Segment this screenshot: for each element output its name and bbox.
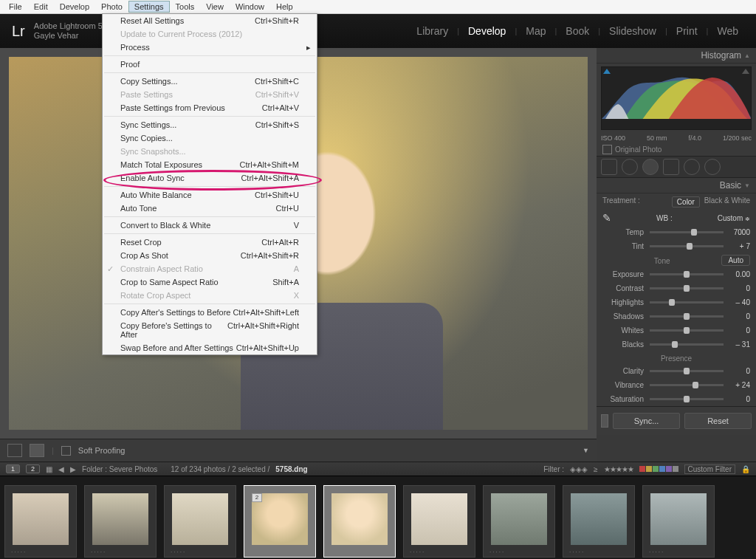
filmstrip[interactable]: ···············2························… xyxy=(0,476,756,559)
thumbnail[interactable]: ····· xyxy=(403,485,475,558)
menuitem-match-total-exposures[interactable]: Match Total ExposuresCtrl+Alt+Shift+M xyxy=(103,158,317,171)
eyedropper-icon[interactable]: ✎ xyxy=(602,212,611,224)
thumbnail[interactable]: ····· xyxy=(4,485,77,558)
rating-dots[interactable]: ····· xyxy=(171,549,186,555)
module-library[interactable]: Library xyxy=(410,22,454,40)
slider-temp[interactable]: Temp7000 xyxy=(602,225,750,239)
menu-settings[interactable]: Settings xyxy=(128,1,170,13)
brush-tool-icon[interactable] xyxy=(704,159,721,175)
toolbar-menu-icon[interactable]: ▼ xyxy=(583,447,589,454)
thumbnail[interactable]: ····· xyxy=(642,485,715,558)
menuitem-enable-auto-sync[interactable]: Enable Auto SyncCtrl+Alt+Shift+A xyxy=(103,171,317,185)
stack-badge[interactable]: 2 xyxy=(252,493,262,502)
before-after-icon[interactable] xyxy=(30,444,44,457)
rating-filter[interactable]: ★★★★★ xyxy=(604,465,633,473)
menuitem-sync-copies-[interactable]: Sync Copies... xyxy=(103,131,317,145)
auto-tone-button[interactable]: Auto xyxy=(721,255,750,266)
rating-dots[interactable]: ····· xyxy=(11,549,27,555)
menuitem-crop-to-same-aspect-ratio[interactable]: Crop to Same Aspect RatioShift+A xyxy=(103,275,317,289)
highlight-clip-icon[interactable] xyxy=(742,69,749,74)
custom-filter-dropdown[interactable]: Custom Filter xyxy=(684,464,735,474)
rating-dots[interactable]: ····· xyxy=(569,549,585,555)
menuitem-reset-all-settings[interactable]: Reset All SettingsCtrl+Shift+R xyxy=(103,14,317,27)
menuitem-reset-crop[interactable]: Reset CropCtrl+Alt+R xyxy=(103,236,317,249)
wb-dropdown[interactable]: Custom ≑ xyxy=(718,214,750,222)
menu-develop[interactable]: Develop xyxy=(54,1,95,13)
slider-clarity[interactable]: Clarity0 xyxy=(602,364,750,378)
menuitem-copy-after-s-settings-to-before[interactable]: Copy After's Settings to BeforeCtrl+Alt+… xyxy=(103,306,317,319)
slider-vibrance[interactable]: Vibrance+ 24 xyxy=(602,378,750,392)
color-chip[interactable] xyxy=(646,466,652,472)
filter-lock-icon[interactable]: 🔒 xyxy=(741,465,750,473)
histogram[interactable] xyxy=(601,66,752,130)
screen-2-tab[interactable]: 2 xyxy=(26,464,40,473)
slider-shadows[interactable]: Shadows0 xyxy=(602,309,750,323)
fwd-icon[interactable]: ▶ xyxy=(70,465,76,473)
rating-dots[interactable]: ····· xyxy=(410,549,425,555)
histogram-header[interactable]: Histogram▲ xyxy=(597,48,756,64)
slider-blacks[interactable]: Blacks– 31 xyxy=(602,337,750,351)
menu-help[interactable]: Help xyxy=(270,1,299,13)
thumbnail[interactable]: ····· xyxy=(164,485,236,558)
slider-saturation[interactable]: Saturation0 xyxy=(602,392,750,406)
thumbnail[interactable]: ····· xyxy=(323,485,396,558)
menu-view[interactable]: View xyxy=(200,1,230,13)
soft-proof-checkbox[interactable] xyxy=(61,446,71,456)
module-map[interactable]: Map xyxy=(520,22,551,40)
module-web[interactable]: Web xyxy=(711,22,744,40)
radial-tool-icon[interactable] xyxy=(684,159,700,175)
menu-file[interactable]: File xyxy=(3,1,28,13)
gradient-tool-icon[interactable] xyxy=(663,159,679,175)
menu-window[interactable]: Window xyxy=(230,1,270,13)
menuitem-copy-before-s-settings-to-after[interactable]: Copy Before's Settings to AfterCtrl+Alt+… xyxy=(103,319,317,341)
color-chip[interactable] xyxy=(673,466,678,472)
thumbnail[interactable]: ····· xyxy=(563,485,635,558)
sync-switch-icon[interactable] xyxy=(601,414,608,428)
menu-photo[interactable]: Photo xyxy=(95,1,128,13)
menuitem-auto-white-balance[interactable]: Auto White BalanceCtrl+Shift+U xyxy=(103,188,317,202)
rating-dots[interactable]: ····· xyxy=(649,549,664,555)
menu-tools[interactable]: Tools xyxy=(170,1,201,13)
thumbnail[interactable]: 2····· xyxy=(244,485,316,558)
folder-path[interactable]: Folder : Severe Photos xyxy=(82,465,157,473)
spot-tool-icon[interactable] xyxy=(622,159,638,175)
slider-highlights[interactable]: Highlights– 40 xyxy=(602,295,750,309)
slider-contrast[interactable]: Contrast0 xyxy=(602,281,750,295)
menuitem-process[interactable]: Process▸ xyxy=(103,41,317,54)
menuitem-crop-as-shot[interactable]: Crop As ShotCtrl+Alt+Shift+R xyxy=(103,249,317,262)
menuitem-copy-settings-[interactable]: Copy Settings...Ctrl+Shift+C xyxy=(103,75,317,88)
slider-whites[interactable]: Whites0 xyxy=(602,323,750,337)
color-chip[interactable] xyxy=(653,466,659,472)
menuitem-paste-settings-from-previous[interactable]: Paste Settings from PreviousCtrl+Alt+V xyxy=(103,101,317,114)
color-filter[interactable] xyxy=(639,466,678,472)
grid-icon[interactable]: ▦ xyxy=(46,465,52,473)
treatment-bw[interactable]: Black & White xyxy=(704,196,750,208)
menuitem-sync-settings-[interactable]: Sync Settings...Ctrl+Shift+S xyxy=(103,118,317,131)
basic-header[interactable]: Basic▼ xyxy=(597,178,756,193)
menuitem-proof[interactable]: Proof xyxy=(103,58,317,71)
crop-tool-icon[interactable] xyxy=(601,159,617,175)
shadow-clip-icon[interactable] xyxy=(603,69,611,74)
module-slideshow[interactable]: Slideshow xyxy=(603,22,662,40)
redeye-tool-icon[interactable] xyxy=(642,159,659,175)
thumbnail[interactable]: ····· xyxy=(483,485,555,558)
screen-1-tab[interactable]: 1 xyxy=(6,464,20,473)
original-checkbox[interactable] xyxy=(602,145,612,154)
module-develop[interactable]: Develop xyxy=(462,22,512,40)
back-icon[interactable]: ◀ xyxy=(58,465,64,473)
rating-dots[interactable]: ····· xyxy=(489,549,505,555)
slider-tint[interactable]: Tint+ 7 xyxy=(602,239,750,253)
sync-button[interactable]: Sync... xyxy=(613,413,680,429)
reset-button[interactable]: Reset xyxy=(684,413,752,429)
color-chip[interactable] xyxy=(659,466,665,472)
original-photo-row[interactable]: Original Photo xyxy=(597,143,756,156)
menuitem-auto-tone[interactable]: Auto ToneCtrl+U xyxy=(103,202,317,215)
rating-dots[interactable]: ····· xyxy=(250,549,266,555)
treatment-color[interactable]: Color xyxy=(672,196,700,208)
thumbnail[interactable]: ····· xyxy=(84,485,157,558)
menuitem-convert-to-black-white[interactable]: Convert to Black & WhiteV xyxy=(103,219,317,232)
rating-dots[interactable]: ····· xyxy=(91,549,106,555)
loupe-view-icon[interactable] xyxy=(7,444,22,457)
menuitem-swap-before-and-after-settings[interactable]: Swap Before and After SettingsCtrl+Alt+S… xyxy=(103,341,317,354)
color-chip[interactable] xyxy=(666,466,672,472)
